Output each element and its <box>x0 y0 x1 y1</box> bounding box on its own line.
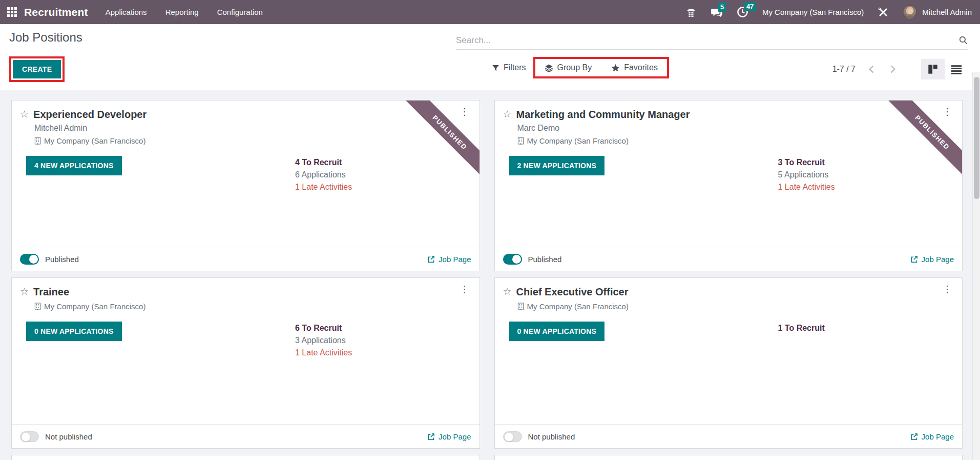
card-stats: 1 To Recruit <box>778 322 825 334</box>
voip-phone-icon[interactable] <box>685 7 697 18</box>
job-page-link[interactable]: Job Page <box>427 432 471 441</box>
to-recruit-stat[interactable]: 1 To Recruit <box>778 322 825 334</box>
building-icon <box>517 137 524 145</box>
publish-status-label: Published <box>45 255 79 264</box>
external-link-icon <box>910 255 918 263</box>
app-name[interactable]: Recruitment <box>24 6 88 18</box>
create-button[interactable]: CREATE <box>13 60 61 78</box>
user-menu[interactable]: Mitchell Admin <box>922 8 972 16</box>
to-recruit-stat[interactable]: 6 To Recruit <box>295 322 352 334</box>
kanban-grid: PUBLISHED ⋮ ☆ Experienced Developer Mitc… <box>0 90 980 460</box>
job-position-card[interactable]: ⋮ ☆ Chief Executive Officer My Company (… <box>494 277 963 449</box>
favorite-star-icon[interactable]: ☆ <box>20 285 29 298</box>
to-recruit-stat[interactable]: 3 To Recruit <box>778 156 835 169</box>
favorite-star-icon[interactable]: ☆ <box>503 285 512 298</box>
vertical-scrollbar[interactable] <box>972 72 980 460</box>
external-link-icon <box>427 255 435 263</box>
apps-menu-icon[interactable] <box>7 7 17 17</box>
publish-status-label: Not published <box>45 432 92 441</box>
publish-status-label: Not published <box>528 432 575 441</box>
kebab-menu-icon[interactable]: ⋮ <box>943 107 952 117</box>
menu-reporting[interactable]: Reporting <box>165 8 199 16</box>
favorites-button[interactable]: Favorites <box>611 63 658 72</box>
new-applications-button[interactable]: 2 NEW APPLICATIONS <box>509 156 605 175</box>
user-avatar[interactable] <box>903 5 917 19</box>
messages-icon[interactable]: 5 <box>711 7 723 18</box>
card-stats: 3 To Recruit 5 Applications 1 Late Activ… <box>778 156 835 193</box>
activities-clock-icon[interactable]: 47 <box>737 6 748 18</box>
group-by-button[interactable]: Group By <box>545 63 592 72</box>
late-activities-stat[interactable]: 1 Late Activities <box>295 347 352 359</box>
job-position-card[interactable]: ⋮ ☆ Trainee My Company (San Francisco) <box>11 277 480 449</box>
recruiter-name: Marc Demo <box>517 124 954 133</box>
menu-configuration[interactable]: Configuration <box>217 8 263 16</box>
kanban-view-button[interactable] <box>921 59 945 79</box>
favorite-star-icon[interactable]: ☆ <box>503 108 512 121</box>
filter-funnel-icon <box>492 64 499 72</box>
scrollbar-thumb[interactable] <box>974 77 979 199</box>
card-footer: Not published Job Page <box>12 424 479 448</box>
card-stats: 4 To Recruit 6 Applications 1 Late Activ… <box>295 156 352 193</box>
kebab-menu-icon[interactable]: ⋮ <box>460 284 469 294</box>
new-applications-button[interactable]: 4 NEW APPLICATIONS <box>26 156 122 175</box>
pager-value[interactable]: 1-7 / 7 <box>832 65 856 74</box>
new-applications-button[interactable]: 0 NEW APPLICATIONS <box>26 322 122 341</box>
to-recruit-stat[interactable]: 4 To Recruit <box>295 156 352 169</box>
applications-stat[interactable]: 5 Applications <box>778 169 835 181</box>
job-title[interactable]: Marketing and Community Manager <box>516 108 690 121</box>
card-stats: 6 To Recruit 3 Applications 1 Late Activ… <box>295 322 352 359</box>
job-page-link[interactable]: Job Page <box>427 255 471 264</box>
job-title[interactable]: Chief Executive Officer <box>516 285 629 298</box>
late-activities-stat[interactable]: 1 Late Activities <box>295 181 352 193</box>
kebab-menu-icon[interactable]: ⋮ <box>943 284 952 294</box>
star-icon <box>611 64 620 72</box>
pager-next-icon[interactable] <box>887 64 898 75</box>
job-position-card-partial[interactable]: ⋮ ☆ Chief Technical Officer <box>11 455 480 460</box>
filters-button[interactable]: Filters <box>492 63 526 72</box>
favorite-star-icon[interactable]: ☆ <box>20 108 29 121</box>
company-name: My Company (San Francisco) <box>44 302 145 311</box>
publish-toggle[interactable] <box>503 254 522 265</box>
list-view-button[interactable] <box>945 59 968 79</box>
job-title[interactable]: Experienced Developer <box>33 108 147 121</box>
applications-stat[interactable]: 6 Applications <box>295 169 352 181</box>
job-page-link[interactable]: Job Page <box>910 255 954 264</box>
debug-tools-icon[interactable] <box>878 7 889 18</box>
company-name: My Company (San Francisco) <box>527 136 629 145</box>
publish-status-label: Published <box>528 255 562 264</box>
search-input[interactable] <box>456 35 958 46</box>
building-icon <box>34 137 41 145</box>
job-title[interactable]: Trainee <box>33 285 69 298</box>
company-row: My Company (San Francisco) <box>34 136 471 145</box>
external-link-icon <box>427 433 435 441</box>
search-options: Filters Group By <box>492 57 669 78</box>
new-applications-button[interactable]: 0 NEW APPLICATIONS <box>509 322 605 341</box>
company-switcher[interactable]: My Company (San Francisco) <box>762 8 864 16</box>
search-box <box>456 31 968 50</box>
pager-previous-icon[interactable] <box>867 64 877 75</box>
building-icon <box>34 303 41 310</box>
view-switcher <box>921 59 968 79</box>
annotation-box-groupby-favorites: Group By Favorites <box>533 57 669 78</box>
publish-toggle[interactable] <box>20 431 39 442</box>
applications-stat[interactable]: 3 Applications <box>295 334 352 347</box>
company-row: My Company (San Francisco) <box>517 302 954 311</box>
menu-applications[interactable]: Applications <box>106 8 147 16</box>
kebab-menu-icon[interactable]: ⋮ <box>460 107 469 117</box>
recruiter-name: Mitchell Admin <box>34 124 471 133</box>
publish-toggle[interactable] <box>503 431 522 442</box>
main-menu: Applications Reporting Configuration <box>106 8 263 16</box>
job-position-card[interactable]: PUBLISHED ⋮ ☆ Marketing and Community Ma… <box>494 100 963 271</box>
publish-toggle[interactable] <box>20 254 39 265</box>
search-icon[interactable] <box>958 35 968 45</box>
company-row: My Company (San Francisco) <box>517 136 954 145</box>
late-activities-stat[interactable]: 1 Late Activities <box>778 181 835 193</box>
job-position-card[interactable]: PUBLISHED ⋮ ☆ Experienced Developer Mitc… <box>11 100 480 271</box>
card-footer: Published Job Page <box>495 247 963 271</box>
top-navbar: Recruitment Applications Reporting Confi… <box>0 0 980 24</box>
job-page-link[interactable]: Job Page <box>910 432 954 441</box>
external-link-icon <box>910 433 918 441</box>
annotation-box-create: CREATE <box>9 56 65 82</box>
job-position-card-partial[interactable]: ⋮ ☆ <box>494 455 963 460</box>
control-panel: Job Positions CREATE Filters <box>0 24 980 90</box>
